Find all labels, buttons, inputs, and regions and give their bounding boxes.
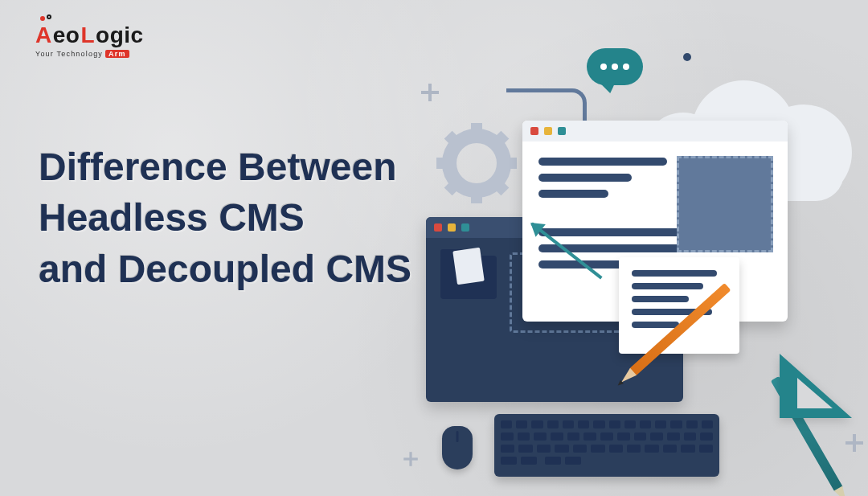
title-line-1: Difference Between [39, 141, 411, 192]
text-line-icon [538, 174, 632, 182]
chat-bubble-icon [587, 48, 643, 85]
brand-tagline: Your Technology Arm [35, 50, 129, 58]
window-dot-teal-icon [558, 127, 566, 135]
title-line-2: Headless CMS [39, 192, 411, 243]
gear-icon [442, 129, 511, 198]
plus-icon [403, 452, 418, 466]
window-titlebar [522, 121, 788, 141]
text-line-icon [632, 270, 717, 277]
logo-dot-icon [40, 16, 45, 21]
plus-icon [421, 84, 439, 101]
tagline-arm: Arm [105, 50, 129, 58]
window-dot-yellow-icon [448, 223, 456, 232]
note-card [619, 257, 739, 354]
title-line-3: and Decoupled CMS [39, 244, 411, 294]
text-line-icon [538, 158, 667, 166]
logo-letter-a: A [35, 23, 52, 48]
image-placeholder-icon [677, 156, 773, 252]
logo-letters-ogic: ogic [96, 23, 144, 48]
logo-letter-a-text: A [35, 23, 52, 47]
tagline-pre: Your Technology [35, 50, 103, 58]
banner-canvas: A eo L ogic Your Technology Arm Differen… [0, 0, 868, 496]
logo-letters-eo: eo [53, 23, 80, 48]
brand-wordmark: A eo L ogic [35, 23, 144, 48]
keyboard-icon [494, 414, 719, 477]
document-icon [452, 248, 485, 285]
logo-ring-icon [47, 14, 51, 19]
window-dot-yellow-icon [544, 127, 552, 135]
window-dot-red-icon [530, 127, 538, 135]
dot-icon [683, 53, 691, 61]
set-square-hole [797, 378, 833, 408]
page-title: Difference Between Headless CMS and Deco… [39, 141, 411, 294]
plus-icon [845, 434, 863, 452]
logo-letter-l: L [80, 23, 95, 48]
illustration [418, 48, 868, 474]
text-line-icon [632, 296, 689, 302]
window-dot-teal-icon [461, 223, 469, 232]
brand-logo: A eo L ogic Your Technology Arm [35, 23, 144, 58]
text-line-icon [538, 190, 608, 198]
text-line-icon [632, 322, 679, 328]
folder-icon [440, 256, 497, 299]
text-line-icon [632, 283, 703, 289]
mouse-icon [442, 426, 473, 469]
window-dot-red-icon [434, 223, 442, 232]
